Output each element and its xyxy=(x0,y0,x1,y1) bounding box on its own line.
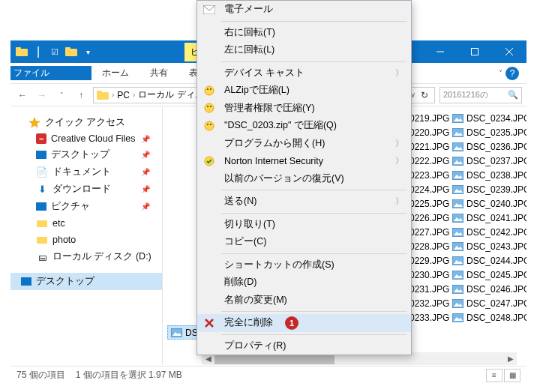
list-item[interactable]: DSC_0241.JPG xyxy=(449,211,526,225)
close-button[interactable] xyxy=(492,40,526,63)
document-icon: 📄 xyxy=(36,166,48,178)
menu-item[interactable]: ALZipで圧縮(L) xyxy=(197,82,411,100)
menu-item[interactable]: プロパティ(R) xyxy=(197,337,411,355)
svg-marker-10 xyxy=(29,118,40,127)
menu-item[interactable]: 電子メール xyxy=(197,1,411,19)
qat-check-icon[interactable]: ☑ xyxy=(48,45,62,58)
list-item[interactable]: DSC_0245.JPG xyxy=(449,268,526,282)
svg-point-80 xyxy=(210,88,212,90)
menu-item[interactable]: デバイス キャスト〉 xyxy=(197,64,411,82)
search-input[interactable]: 20161216の 🔍 xyxy=(440,87,522,103)
svg-point-78 xyxy=(205,86,214,95)
menu-item[interactable]: 送る(N)〉 xyxy=(197,193,411,211)
list-item[interactable]: DSC_0238.JPG xyxy=(449,168,526,182)
svg-point-85 xyxy=(207,124,208,125)
blank-icon xyxy=(202,293,217,307)
blank-icon xyxy=(202,172,217,185)
menu-item[interactable]: 切り取り(T) xyxy=(197,216,411,234)
list-item[interactable]: DSC_0247.JPG xyxy=(449,296,526,310)
image-icon xyxy=(452,256,464,265)
nav-documents[interactable]: 📄ドキュメント📌 xyxy=(18,163,162,181)
up-button[interactable]: ↑ xyxy=(74,88,88,103)
list-item[interactable]: DSC_0239.JPG xyxy=(449,182,526,196)
nav-photo[interactable]: photo xyxy=(18,232,162,248)
context-menu: 電子メール右に回転(T)左に回転(L)デバイス キャスト〉ALZipで圧縮(L)… xyxy=(196,0,412,355)
folder-icon xyxy=(36,217,48,229)
crumb-pc[interactable]: PC xyxy=(117,90,130,100)
blank-icon xyxy=(202,66,217,79)
view-details-button[interactable]: ≡ xyxy=(486,369,502,382)
menu-item[interactable]: 左に回転(L) xyxy=(197,41,411,59)
nav-etc[interactable]: etc xyxy=(18,215,162,232)
svg-rect-3 xyxy=(65,47,70,50)
blank-icon xyxy=(202,43,217,57)
menu-item[interactable]: 削除(D) xyxy=(197,274,411,292)
chevron-right-icon[interactable]: › xyxy=(112,91,114,99)
list-item[interactable]: DSC_0235.JPG xyxy=(449,125,526,139)
pin-icon: 📌 xyxy=(141,202,158,211)
status-item-count: 75 個の項目 xyxy=(16,369,65,382)
menu-item[interactable]: "DSC_0203.zip" で圧縮(Q) xyxy=(197,117,411,135)
minimize-button[interactable] xyxy=(423,40,458,63)
refresh-icon[interactable]: ↻ xyxy=(418,90,431,100)
menu-item[interactable]: 管理者権限で圧縮(Y) xyxy=(197,100,411,118)
forward-button[interactable]: → xyxy=(34,88,50,103)
tab-share[interactable]: 共有 xyxy=(140,62,178,84)
list-item[interactable]: DSC_0243.JPG xyxy=(449,239,526,253)
list-item[interactable]: DSC_0236.JPG xyxy=(449,139,526,154)
status-bar: 75 個の項目 1 個の項目を選択 1.97 MB ≡ ▦ xyxy=(10,366,526,384)
svg-rect-61 xyxy=(452,242,464,251)
annotation-badge: 1 xyxy=(285,316,298,330)
menu-item[interactable]: Norton Internet Security〉 xyxy=(197,152,411,170)
menu-item[interactable]: 右に回転(T) xyxy=(197,24,411,42)
nav-creative-cloud[interactable]: ∞Creative Cloud Files📌 xyxy=(18,131,162,146)
nav-downloads[interactable]: ⬇ダウンロード📌 xyxy=(18,181,162,198)
nav-desktop-root[interactable]: デスクトップ xyxy=(10,273,162,290)
list-item[interactable]: DSC_0244.JPG xyxy=(449,253,526,268)
list-item[interactable]: DSC_0242.JPG xyxy=(449,225,526,239)
svg-point-79 xyxy=(207,88,208,90)
list-item[interactable]: DSC_0240.JPG xyxy=(449,196,526,211)
folder-icon xyxy=(36,234,48,246)
image-icon xyxy=(452,298,464,308)
menu-item[interactable]: 以前のバージョンの復元(V) xyxy=(197,170,411,188)
list-item[interactable]: DSC_0234.JPG xyxy=(449,111,526,125)
svg-rect-1 xyxy=(16,47,21,50)
svg-rect-65 xyxy=(452,271,464,280)
menu-item[interactable]: 名前の変更(M) xyxy=(197,292,411,310)
back-button[interactable]: ← xyxy=(15,88,30,103)
norton-icon xyxy=(202,154,217,168)
nav-desktop[interactable]: デスクトップ📌 xyxy=(18,146,162,163)
image-icon xyxy=(452,213,464,223)
nav-quick-access[interactable]: クイック アクセス xyxy=(10,114,162,131)
search-icon[interactable]: 🔍 xyxy=(508,90,518,100)
list-item[interactable]: DSC_0237.JPG xyxy=(449,154,526,168)
folder-icon[interactable] xyxy=(64,45,78,58)
nav-localdisk-d[interactable]: 🖴ローカル ディスク (D:) xyxy=(18,248,162,265)
view-icons-button[interactable]: ▦ xyxy=(504,369,520,382)
svg-rect-71 xyxy=(452,313,464,322)
qat-overflow-icon[interactable]: ▾ xyxy=(81,45,94,58)
svg-rect-67 xyxy=(452,285,464,294)
menu-item[interactable]: プログラムから開く(H)〉 xyxy=(197,135,411,153)
alzip-icon xyxy=(202,84,217,97)
list-item[interactable]: DSC_0246.JPG xyxy=(449,282,526,296)
chevron-right-icon[interactable]: › xyxy=(133,91,135,99)
blank-icon xyxy=(202,258,217,271)
recent-button[interactable]: ˅ xyxy=(54,88,69,103)
help-icon[interactable]: ? xyxy=(506,67,519,80)
ribbon-collapse-icon[interactable]: ˅ xyxy=(499,69,502,77)
menu-item[interactable]: 完全に削除1 xyxy=(197,314,411,332)
svg-rect-5 xyxy=(472,49,478,55)
tab-file[interactable]: ファイル xyxy=(10,66,92,80)
svg-rect-51 xyxy=(452,171,464,180)
list-item[interactable]: DSC_0248.JPG xyxy=(449,310,526,325)
folder-icon xyxy=(15,45,28,58)
menu-item[interactable]: コピー(C) xyxy=(197,233,411,251)
tab-home[interactable]: ホーム xyxy=(92,62,140,84)
nav-pictures[interactable]: ピクチャ📌 xyxy=(18,198,162,215)
menu-item[interactable]: ショートカットの作成(S) xyxy=(197,256,411,274)
qat-sep-icon: | xyxy=(32,45,45,58)
scroll-right-icon[interactable]: ▶ xyxy=(504,352,517,365)
maximize-button[interactable] xyxy=(458,40,492,63)
